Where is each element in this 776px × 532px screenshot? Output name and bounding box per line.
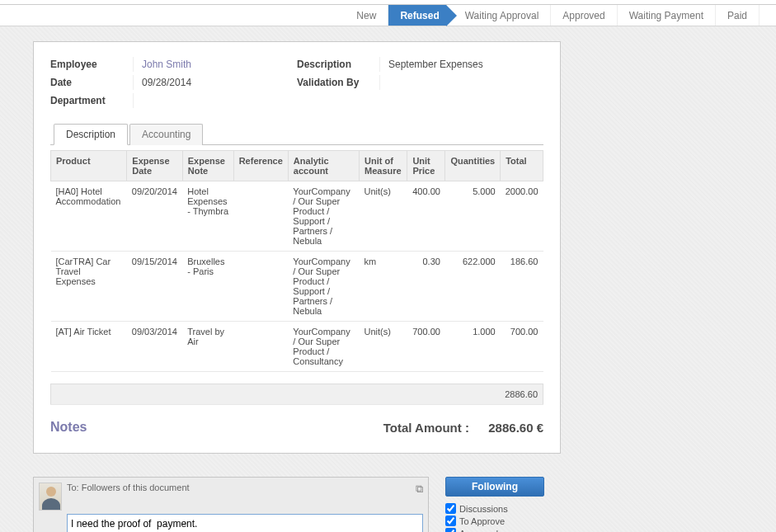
following-button[interactable]: Following (445, 477, 544, 497)
sub-discussions[interactable]: Discussions (445, 503, 561, 514)
status-step-new[interactable]: New (345, 5, 388, 26)
employee-label: Employee (50, 57, 133, 72)
total-amount-label: Total Amount : (383, 421, 469, 435)
table-row[interactable]: [AT] Air Ticket09/03/2014Travel by AirYo… (51, 322, 543, 372)
col-product: Product (51, 151, 127, 181)
expand-icon[interactable]: ⧉ (416, 483, 423, 496)
validation-value (379, 75, 388, 90)
tabs: Description Accounting (50, 123, 543, 145)
page-wrap: Employee John Smith Date 09/28/2014 Depa… (0, 26, 776, 532)
cell-qty: 5.000 (445, 181, 501, 252)
cell-qty: 622.000 (445, 252, 501, 322)
sub-approved[interactable]: Approved (445, 528, 561, 532)
table-row[interactable]: [CarTRA] Car Travel Expenses09/15/2014Br… (51, 252, 543, 322)
cell-analytic: YourCompany / Our Super Product / Suppor… (288, 181, 359, 252)
cell-product: [AT] Air Ticket (51, 322, 127, 372)
department-value (133, 93, 142, 108)
cell-note: Bruxelles - Paris (182, 252, 233, 322)
status-step-paid[interactable]: Paid (716, 5, 760, 26)
notes-heading: Notes (50, 420, 87, 435)
status-bar: NewRefusedWaiting ApprovalApprovedWaitin… (0, 5, 776, 26)
avatar (39, 483, 62, 511)
sub-checkbox[interactable] (445, 528, 456, 532)
col-expense-date: Expense Date (127, 151, 182, 181)
form-header: Employee John Smith Date 09/28/2014 Depa… (50, 57, 543, 108)
cell-price: 400.00 (407, 181, 445, 252)
date-label: Date (50, 75, 133, 90)
totals-row: Notes Total Amount : 2886.60 € (50, 420, 543, 443)
subtotal-table: 2886.60 (50, 384, 543, 405)
employee-value[interactable]: John Smith (133, 57, 191, 72)
cell-qty: 1.000 (445, 322, 501, 372)
cell-product: [HA0] Hotel Accommodation (51, 181, 127, 252)
followers-panel: Following DiscussionsTo ApproveApprovedR… (445, 477, 561, 532)
date-value: 09/28/2014 (133, 75, 191, 90)
subtotal-value: 2886.60 (51, 384, 543, 405)
cell-note: Hotel Expenses - Thymbra (182, 181, 233, 252)
cell-uom: Unit(s) (360, 181, 407, 252)
status-step-approved[interactable]: Approved (551, 5, 617, 26)
cell-note: Travel by Air (182, 322, 233, 372)
cell-reference (233, 322, 288, 372)
col-total: Total (501, 151, 543, 181)
cell-uom: km (360, 252, 407, 322)
col-unit-price: Unit Price (407, 151, 445, 181)
table-row[interactable]: [HA0] Hotel Accommodation09/20/2014Hotel… (51, 181, 543, 252)
cell-total: 2000.00 (501, 181, 543, 252)
description-value: September Expenses (379, 57, 483, 72)
cell-reference (233, 181, 288, 252)
cell-price: 700.00 (407, 322, 445, 372)
cell-date: 09/20/2014 (127, 181, 182, 252)
cell-date: 09/03/2014 (127, 322, 182, 372)
cell-total: 700.00 (501, 322, 543, 372)
department-label: Department (50, 93, 133, 108)
form-sheet: Employee John Smith Date 09/28/2014 Depa… (33, 41, 561, 454)
cell-analytic: YourCompany / Our Super Product / Suppor… (288, 252, 359, 322)
description-label: Description (297, 57, 379, 72)
col-uom: Unit of Measure (360, 151, 407, 181)
sub-checkbox[interactable] (445, 503, 456, 514)
expense-table: Product Expense Date Expense Note Refere… (50, 150, 543, 372)
compose-to-label: To: Followers of this document (67, 483, 190, 496)
status-step-waiting-payment[interactable]: Waiting Payment (618, 5, 716, 26)
validation-label: Validation By (297, 75, 379, 90)
total-amount-value: 2886.60 € (488, 421, 543, 435)
col-quantities: Quantities (445, 151, 501, 181)
cell-product: [CarTRA] Car Travel Expenses (51, 252, 127, 322)
col-analytic: Analytic account (288, 151, 359, 181)
cell-analytic: YourCompany / Our Super Product / Consul… (288, 322, 359, 372)
tab-accounting[interactable]: Accounting (129, 124, 203, 145)
cell-price: 0.30 (407, 252, 445, 322)
col-expense-note: Expense Note (182, 151, 233, 181)
compose-box: To: Followers of this document ⧉ Send 📎 … (33, 477, 429, 532)
status-step-refused[interactable]: Refused (388, 5, 446, 26)
cell-date: 09/15/2014 (127, 252, 182, 322)
sub-to-approve[interactable]: To Approve (445, 516, 561, 526)
cell-reference (233, 252, 288, 322)
cell-uom: Unit(s) (360, 322, 407, 372)
col-reference: Reference (233, 151, 288, 181)
sub-checkbox[interactable] (445, 516, 456, 526)
compose-textarea[interactable] (67, 514, 423, 532)
chatter: To: Followers of this document ⧉ Send 📎 … (33, 477, 561, 532)
cell-total: 186.60 (501, 252, 543, 322)
tab-description[interactable]: Description (54, 124, 128, 145)
status-step-waiting-approval[interactable]: Waiting Approval (447, 5, 552, 26)
